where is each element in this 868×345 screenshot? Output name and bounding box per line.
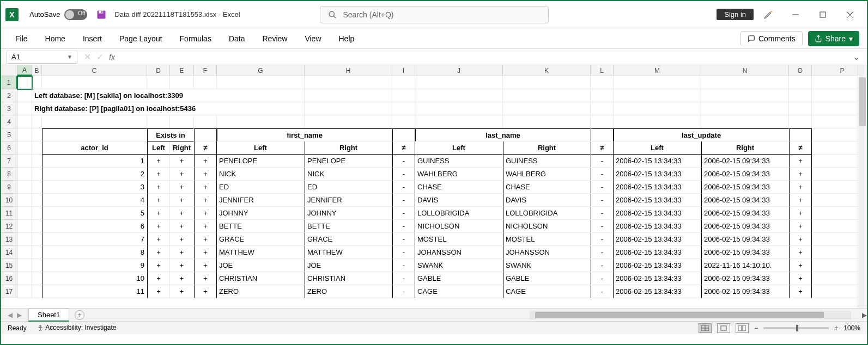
cell[interactable]: 4 bbox=[42, 194, 147, 207]
cell[interactable] bbox=[17, 89, 32, 102]
cell[interactable]: + bbox=[170, 233, 194, 246]
cell[interactable]: MOSTEL bbox=[415, 233, 503, 246]
cell[interactable]: JOE bbox=[305, 259, 392, 272]
column-header-B[interactable]: B bbox=[32, 65, 42, 76]
share-button[interactable]: Share ▾ bbox=[808, 31, 859, 46]
accessibility-status[interactable]: Accessibility: Investigate bbox=[37, 324, 117, 332]
cell[interactable] bbox=[614, 76, 701, 89]
expand-formula-bar[interactable]: ⌄ bbox=[849, 52, 863, 62]
cell[interactable]: - bbox=[392, 246, 415, 259]
cell[interactable]: 2006-02-15 13:34:33 bbox=[614, 168, 701, 181]
column-header-E[interactable]: E bbox=[170, 65, 194, 76]
cell[interactable] bbox=[415, 115, 503, 128]
cell[interactable] bbox=[701, 115, 789, 128]
cell[interactable]: SWANK bbox=[415, 259, 503, 272]
cell[interactable] bbox=[17, 115, 32, 128]
cell[interactable]: MATTHEW bbox=[217, 246, 305, 259]
row-header-2[interactable]: 2 bbox=[1, 89, 17, 102]
cell[interactable]: Left database: [M] [sakila] on localhost… bbox=[32, 89, 305, 102]
row-header-3[interactable]: 3 bbox=[1, 102, 17, 115]
cell[interactable] bbox=[701, 89, 789, 102]
pen-icon[interactable] bbox=[756, 6, 781, 23]
cell[interactable]: + bbox=[194, 285, 217, 298]
cell[interactable] bbox=[170, 115, 194, 128]
row-header-17[interactable]: 17 bbox=[1, 285, 17, 298]
cell[interactable]: + bbox=[170, 246, 194, 259]
cell[interactable]: + bbox=[194, 246, 217, 259]
add-sheet-button[interactable]: + bbox=[75, 310, 84, 320]
cell[interactable] bbox=[701, 102, 789, 115]
cell[interactable]: + bbox=[147, 194, 170, 207]
cell[interactable]: ≠ bbox=[194, 141, 217, 155]
cell[interactable]: 3 bbox=[42, 181, 147, 194]
cell[interactable]: + bbox=[194, 207, 217, 220]
cell[interactable] bbox=[17, 246, 32, 259]
cell[interactable]: Right bbox=[170, 141, 194, 155]
cell[interactable]: DAVIS bbox=[503, 194, 591, 207]
cell[interactable] bbox=[32, 194, 42, 207]
cell[interactable] bbox=[305, 76, 392, 89]
cell[interactable]: NICHOLSON bbox=[503, 220, 591, 233]
cell[interactable]: + bbox=[789, 207, 812, 220]
cell[interactable]: - bbox=[591, 272, 614, 285]
cell[interactable]: 6 bbox=[42, 220, 147, 233]
cell[interactable]: CAGE bbox=[415, 285, 503, 298]
cell[interactable] bbox=[32, 220, 42, 233]
cell[interactable]: - bbox=[392, 272, 415, 285]
zoom-level[interactable]: 100% bbox=[843, 324, 860, 332]
cell[interactable] bbox=[194, 115, 217, 128]
cell[interactable]: Left bbox=[614, 141, 701, 155]
cell[interactable]: Left bbox=[147, 141, 170, 155]
cell[interactable]: CHASE bbox=[503, 181, 591, 194]
cell[interactable]: - bbox=[591, 246, 614, 259]
cell[interactable]: 2006-02-15 13:34:33 bbox=[614, 246, 701, 259]
cell[interactable]: WAHLBERG bbox=[503, 168, 591, 181]
cell[interactable]: + bbox=[194, 220, 217, 233]
cell[interactable]: + bbox=[789, 220, 812, 233]
column-header-K[interactable]: K bbox=[503, 65, 591, 76]
row-header-16[interactable]: 16 bbox=[1, 272, 17, 285]
cell[interactable]: + bbox=[194, 168, 217, 181]
cell[interactable]: + bbox=[789, 233, 812, 246]
cell[interactable]: DAVIS bbox=[415, 194, 503, 207]
view-page-layout-button[interactable] bbox=[717, 323, 730, 333]
cell[interactable]: GRACE bbox=[217, 233, 305, 246]
cell[interactable]: 2006-02-15 09:34:33 bbox=[701, 168, 789, 181]
cell[interactable]: ≠ bbox=[591, 141, 614, 155]
fx-icon[interactable]: fx bbox=[109, 53, 115, 61]
accept-formula-icon[interactable]: ✓ bbox=[96, 52, 104, 62]
cell[interactable]: LOLLOBRIGIDA bbox=[503, 207, 591, 220]
cell[interactable]: + bbox=[170, 285, 194, 298]
cell[interactable] bbox=[17, 272, 32, 285]
column-header-J[interactable]: J bbox=[415, 65, 503, 76]
cell[interactable]: 2006-02-15 09:34:33 bbox=[701, 207, 789, 220]
cell[interactable]: 10 bbox=[42, 272, 147, 285]
cell[interactable]: 2006-02-15 13:34:33 bbox=[614, 181, 701, 194]
cell[interactable]: actor_id bbox=[42, 141, 147, 155]
cell[interactable]: GABLE bbox=[503, 272, 591, 285]
cell[interactable]: Left bbox=[415, 141, 503, 155]
cell[interactable]: + bbox=[194, 233, 217, 246]
cell[interactable]: + bbox=[147, 155, 170, 168]
cell[interactable]: + bbox=[170, 272, 194, 285]
formula-input[interactable] bbox=[115, 51, 849, 64]
cell[interactable]: JOHNNY bbox=[217, 207, 305, 220]
cell[interactable]: - bbox=[392, 207, 415, 220]
column-header-L[interactable]: L bbox=[591, 65, 614, 76]
cell[interactable]: - bbox=[392, 259, 415, 272]
select-all-corner[interactable] bbox=[1, 65, 17, 76]
scroll-right-arrow[interactable]: ▶ bbox=[862, 311, 867, 319]
cell[interactable]: - bbox=[392, 155, 415, 168]
cell[interactable] bbox=[32, 76, 42, 89]
cell[interactable]: + bbox=[147, 181, 170, 194]
zoom-out-button[interactable]: − bbox=[754, 324, 758, 332]
cell[interactable] bbox=[32, 168, 42, 181]
cell[interactable] bbox=[503, 76, 591, 89]
cell[interactable] bbox=[503, 115, 591, 128]
cell[interactable] bbox=[170, 76, 194, 89]
cell[interactable]: NICHOLSON bbox=[415, 220, 503, 233]
horizontal-scrollbar[interactable] bbox=[530, 311, 851, 319]
minimize-button[interactable] bbox=[783, 6, 808, 23]
tab-file[interactable]: File bbox=[9, 31, 34, 46]
cell[interactable]: 2006-02-15 09:34:33 bbox=[701, 246, 789, 259]
